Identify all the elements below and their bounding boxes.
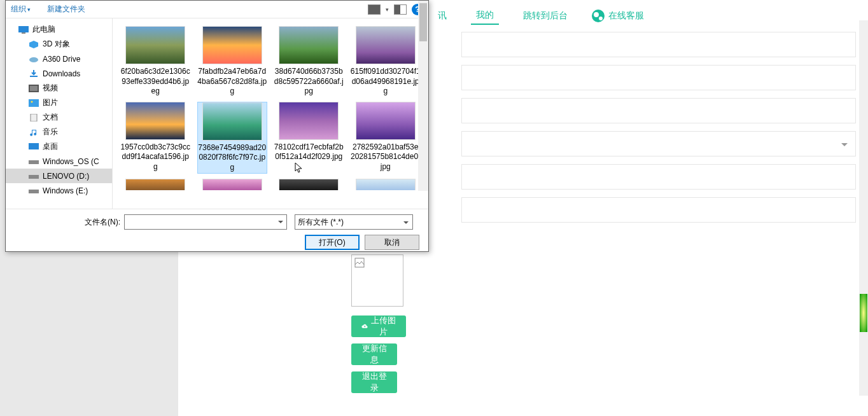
- file-list: 6f20ba6c3d2e1306c93effe339edd4b6.jpeg7fa…: [113, 18, 428, 209]
- tree-downloads[interactable]: Downloads: [6, 66, 112, 81]
- logout-button[interactable]: 退出登录: [351, 371, 397, 393]
- open-button[interactable]: 打开(O): [305, 235, 360, 250]
- broken-image-icon: [354, 258, 365, 268]
- file-name: 7368e7454989ad200820f78f6fc7f97c.jpg: [198, 143, 267, 173]
- download-icon: [29, 70, 39, 78]
- document-icon: [29, 114, 39, 121]
- file-item[interactable]: 38d6740d66b3735bd8c595722a6660af.jpg: [274, 26, 344, 97]
- music-icon: [29, 128, 39, 136]
- file-item[interactable]: 2782592a01baf53e20281575b81c4de0.jpg: [351, 102, 421, 174]
- file-item[interactable]: [197, 179, 268, 190]
- svg-rect-6: [29, 99, 39, 107]
- tree-this-pc[interactable]: 此电脑: [6, 22, 112, 37]
- form-input-5[interactable]: [461, 197, 856, 223]
- file-name: 6f20ba6c3d2e1306c93effe339edd4b6.jpeg: [120, 67, 190, 97]
- filename-input[interactable]: [124, 214, 287, 230]
- svg-rect-9: [29, 143, 39, 149]
- drive-icon: [29, 158, 39, 165]
- tree-pictures[interactable]: 图片: [6, 95, 112, 110]
- file-name: 78102cdf17ecbfaf2b0f512a14d2f029.jpg: [274, 142, 344, 162]
- picture-icon: [29, 99, 39, 107]
- file-thumbnail: [279, 179, 339, 190]
- form-select[interactable]: [461, 131, 856, 156]
- file-item[interactable]: [351, 179, 421, 190]
- online-service-link[interactable]: 在线客服: [592, 10, 644, 22]
- file-scrollbar[interactable]: [418, 1, 428, 191]
- svg-rect-11: [29, 175, 39, 179]
- upload-image-button[interactable]: 上传图片: [351, 315, 406, 337]
- file-item[interactable]: [274, 179, 344, 190]
- cube-icon: [29, 41, 39, 48]
- file-type-filter[interactable]: 所有文件 (*.*): [295, 214, 413, 230]
- file-thumbnail: [279, 102, 339, 140]
- svg-rect-8: [31, 114, 37, 121]
- tree-desktop[interactable]: 桌面: [6, 139, 112, 154]
- file-thumbnail: [125, 26, 185, 64]
- desktop-icon: [29, 143, 39, 151]
- tree-music[interactable]: 音乐: [6, 125, 112, 139]
- view-dropdown-icon[interactable]: ▾: [386, 6, 389, 13]
- view-mode-icons[interactable]: [368, 4, 381, 15]
- svg-rect-12: [29, 190, 39, 193]
- page-scrollbar[interactable]: [859, 20, 868, 396]
- tree-lenovo-d[interactable]: LENOVO (D:): [6, 169, 112, 183]
- service-label: 在线客服: [608, 10, 644, 22]
- form-input-3[interactable]: [461, 98, 856, 123]
- file-name: 1957cc0db3c73c9ccdd9f14acafa1596.jpg: [120, 142, 190, 172]
- new-folder-button[interactable]: 新建文件夹: [47, 4, 85, 15]
- file-open-dialog: 组织 新建文件夹 ▾ ? 此电脑 3D 对象 A360 Drive Downlo…: [5, 0, 429, 252]
- file-thumbnail: [125, 179, 185, 190]
- cursor-icon: [295, 162, 304, 174]
- cancel-button[interactable]: 取消: [365, 235, 419, 250]
- svg-rect-1: [18, 26, 29, 32]
- file-thumbnail: [202, 102, 262, 141]
- profile-form: [461, 32, 856, 403]
- file-thumbnail: [356, 179, 416, 190]
- form-input-2[interactable]: [461, 65, 856, 90]
- svg-rect-2: [22, 32, 25, 34]
- scroll-indicator[interactable]: [860, 294, 867, 332]
- wechat-icon: [592, 10, 605, 22]
- file-thumbnail: [279, 26, 339, 64]
- nav-tab-info[interactable]: 讯: [433, 8, 452, 24]
- preview-pane-toggle[interactable]: [394, 4, 407, 15]
- form-input-4[interactable]: [461, 164, 856, 190]
- image-preview: [351, 254, 403, 307]
- file-item[interactable]: 6f20ba6c3d2e1306c93effe339edd4b6.jpeg: [120, 26, 191, 97]
- dialog-footer: 文件名(N): 所有文件 (*.*) 打开(O) 取消: [6, 209, 428, 252]
- file-name: 38d6740d66b3735bd8c595722a6660af.jpg: [274, 67, 344, 97]
- folder-tree: 此电脑 3D 对象 A360 Drive Downloads 视频 图片 文档 …: [6, 18, 113, 209]
- cloud-icon: [29, 55, 39, 63]
- file-thumbnail: [202, 179, 262, 190]
- file-item[interactable]: 78102cdf17ecbfaf2b0f512a14d2f029.jpg: [274, 102, 344, 174]
- file-item[interactable]: 7fabdfb2a47eb6a7d4ba6a567c82d8fa.jpg: [197, 26, 268, 97]
- tree-windows-os-c[interactable]: Windows_OS (C: [6, 154, 112, 169]
- update-info-button[interactable]: 更新信息: [351, 343, 397, 365]
- file-thumbnail: [202, 26, 262, 64]
- organize-button[interactable]: 组织: [11, 4, 31, 15]
- tree-videos[interactable]: 视频: [6, 81, 112, 95]
- file-thumbnail: [125, 102, 185, 140]
- upload-label: 上传图片: [371, 315, 396, 338]
- svg-point-3: [29, 57, 38, 62]
- tree-documents[interactable]: 文档: [6, 110, 112, 125]
- svg-point-7: [31, 101, 33, 102]
- pc-icon: [18, 26, 29, 34]
- tree-a360[interactable]: A360 Drive: [6, 52, 112, 66]
- tree-3d-objects[interactable]: 3D 对象: [6, 37, 112, 52]
- scrollbar-thumb[interactable]: [419, 3, 427, 41]
- file-item[interactable]: [120, 179, 191, 190]
- drive-icon: [29, 187, 39, 195]
- tree-windows-e[interactable]: Windows (E:): [6, 183, 112, 198]
- file-name: 615ff091dd302704f1d06ad49968191e.jpg: [351, 67, 421, 97]
- file-item[interactable]: 1957cc0db3c73c9ccdd9f14acafa1596.jpg: [120, 102, 191, 174]
- file-item[interactable]: 615ff091dd302704f1d06ad49968191e.jpg: [351, 26, 421, 97]
- nav-tab-backend[interactable]: 跳转到后台: [518, 8, 573, 24]
- file-thumbnail: [356, 102, 416, 140]
- cloud-upload-icon: [361, 323, 368, 329]
- file-item[interactable]: 7368e7454989ad200820f78f6fc7f97c.jpg: [197, 102, 268, 174]
- drive-icon: [29, 172, 39, 180]
- nav-tab-mine[interactable]: 我的: [471, 7, 499, 25]
- form-input-1[interactable]: [461, 32, 856, 57]
- filename-label: 文件名(N):: [85, 217, 120, 228]
